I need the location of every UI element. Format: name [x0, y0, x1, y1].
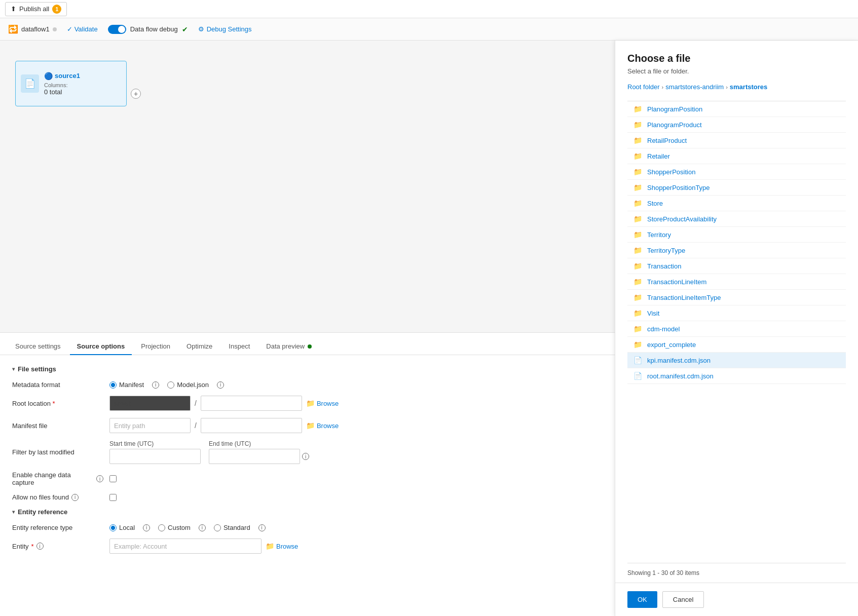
- allow-no-files-info-icon[interactable]: i: [71, 494, 79, 501]
- metadata-radio-group: Manifest i Model.json i: [109, 381, 224, 389]
- enable-cdc-checkbox[interactable]: [109, 475, 117, 482]
- file-chooser-subtitle: Select a file or folder.: [627, 67, 846, 75]
- list-item[interactable]: 📁ShopperPosition: [627, 164, 846, 180]
- manifest-radio[interactable]: [109, 381, 117, 389]
- tab-inspect[interactable]: Inspect: [221, 338, 257, 355]
- tab-source-options[interactable]: Source options: [70, 338, 132, 355]
- publish-all-button[interactable]: ⬆ Publish all 1: [5, 2, 67, 16]
- tab-optimize[interactable]: Optimize: [179, 338, 219, 355]
- file-name-label: Retailer: [647, 152, 670, 160]
- list-item[interactable]: 📁export_complete: [627, 337, 846, 353]
- list-item[interactable]: 📁PlanogramPosition: [627, 101, 846, 117]
- list-item[interactable]: 📄root.manifest.cdm.json: [627, 368, 846, 384]
- node-count: 0 total: [44, 88, 80, 96]
- cdc-info-icon[interactable]: i: [96, 475, 103, 482]
- add-node-button[interactable]: +: [131, 89, 141, 99]
- allow-no-files-checkbox[interactable]: [109, 494, 117, 501]
- list-item[interactable]: 📁Retailer: [627, 148, 846, 164]
- custom-info-icon[interactable]: i: [199, 524, 206, 531]
- entity-ref-type-label: Entity reference type: [12, 524, 103, 531]
- list-item[interactable]: 📁RetailProduct: [627, 133, 846, 148]
- standard-info-icon[interactable]: i: [258, 524, 266, 531]
- custom-radio[interactable]: [158, 524, 165, 531]
- entity-input[interactable]: [109, 538, 262, 554]
- breadcrumb-root[interactable]: Root folder: [627, 83, 660, 91]
- manifest-path-input[interactable]: [109, 418, 191, 433]
- source-node[interactable]: 📄 🔵 source1 Columns: 0 total: [15, 61, 127, 106]
- folder-icon: 📁: [633, 246, 642, 254]
- publish-badge: 1: [52, 5, 61, 14]
- list-item[interactable]: 📁TerritoryType: [627, 243, 846, 258]
- showing-label: Showing 1 - 30 of 30 items: [627, 569, 699, 576]
- breadcrumb-level2[interactable]: smartstores-andriim: [665, 83, 724, 91]
- file-list: 📁PlanogramPosition📁PlanogramProduct📁Reta…: [627, 101, 846, 563]
- list-item[interactable]: 📁TransactionLineItemType: [627, 290, 846, 305]
- model-json-radio[interactable]: [167, 381, 174, 389]
- entity-reference-label: Entity reference: [18, 508, 67, 516]
- entity-browse-button[interactable]: 📁 Browse: [266, 542, 298, 550]
- file-name-label: root.manifest.cdm.json: [647, 372, 714, 380]
- source-icon: 🔵: [44, 72, 53, 80]
- ok-button[interactable]: OK: [627, 591, 657, 608]
- file-name-label: kpi.manifest.cdm.json: [647, 357, 711, 364]
- list-item[interactable]: 📁Territory: [627, 227, 846, 243]
- local-radio[interactable]: [109, 524, 117, 531]
- tab-name: 🔁 dataflow1: [8, 24, 57, 34]
- list-item[interactable]: 📁cdm-model: [627, 321, 846, 337]
- standard-radio-item[interactable]: Standard: [214, 524, 250, 531]
- columns-label: Columns:: [44, 82, 67, 88]
- file-name-label: PlanogramProduct: [647, 121, 702, 129]
- root-location-input2[interactable]: smartstores: [201, 396, 302, 411]
- debug-label: Data flow debug: [130, 25, 178, 33]
- list-item[interactable]: 📁Transaction: [627, 258, 846, 274]
- entity-ref-chevron: ▾: [12, 509, 15, 515]
- list-item[interactable]: 📄kpi.manifest.cdm.json: [627, 353, 846, 368]
- model-json-radio-item[interactable]: Model.json: [167, 381, 209, 389]
- end-time-input[interactable]: [209, 449, 300, 464]
- top-bar: ⬆ Publish all 1: [0, 0, 858, 18]
- debug-settings-button[interactable]: ⚙ Debug Settings: [198, 25, 252, 33]
- local-radio-item[interactable]: Local: [109, 524, 135, 531]
- entity-info-icon[interactable]: i: [36, 543, 44, 550]
- end-time-group: End time (UTC) i: [209, 440, 309, 464]
- upload-icon: ⬆: [11, 5, 16, 13]
- manifest-info-icon[interactable]: i: [152, 381, 159, 389]
- local-info-icon[interactable]: i: [143, 524, 150, 531]
- tab-source-settings[interactable]: Source settings: [8, 338, 68, 355]
- custom-radio-item[interactable]: Custom: [158, 524, 191, 531]
- validate-button[interactable]: ✓ Validate: [67, 25, 98, 33]
- publish-label: Publish all: [19, 5, 49, 13]
- start-time-label: Start time (UTC): [109, 440, 201, 447]
- list-item[interactable]: 📁Store: [627, 196, 846, 211]
- file-name-label: ShopperPositionType: [647, 184, 710, 191]
- end-time-info-icon[interactable]: i: [302, 453, 309, 460]
- list-item[interactable]: 📁ShopperPositionType: [627, 180, 846, 196]
- root-location-input1[interactable]: [109, 396, 191, 411]
- list-item[interactable]: 📁StoreProductAvailability: [627, 211, 846, 227]
- file-name-label: TransactionLineItemType: [647, 294, 721, 301]
- debug-toggle[interactable]: [108, 25, 126, 34]
- manifest-browse-button[interactable]: 📁 Browse: [306, 421, 339, 430]
- breadcrumb: Root folder › smartstores-andriim › smar…: [627, 83, 846, 91]
- root-location-browse-button[interactable]: 📁 Browse: [306, 399, 339, 407]
- start-time-input[interactable]: [109, 449, 201, 464]
- tab-data-preview[interactable]: Data preview: [259, 338, 319, 355]
- list-item[interactable]: 📁Visit: [627, 305, 846, 321]
- metadata-format-label: Metadata format: [12, 381, 103, 389]
- list-item[interactable]: 📁PlanogramProduct: [627, 117, 846, 133]
- tab-projection[interactable]: Projection: [134, 338, 177, 355]
- file-name-label: cdm-model: [647, 325, 680, 333]
- manifest-radio-item[interactable]: Manifest: [109, 381, 144, 389]
- folder-icon: 📁: [633, 183, 642, 191]
- model-json-info-icon[interactable]: i: [217, 381, 224, 389]
- cancel-button[interactable]: Cancel: [662, 591, 704, 608]
- settings-icon: ⚙: [198, 25, 204, 33]
- file-name-label: ShopperPosition: [647, 168, 695, 176]
- manifest-file-input[interactable]: kpi: [201, 418, 302, 433]
- list-item[interactable]: 📁TransactionLineItem: [627, 274, 846, 290]
- node-title: 🔵 source1: [44, 72, 80, 80]
- file-chooser-title: Choose a file: [627, 53, 846, 64]
- file-name-label: TerritoryType: [647, 247, 685, 254]
- data-preview-status-dot: [308, 344, 312, 349]
- standard-radio[interactable]: [214, 524, 221, 531]
